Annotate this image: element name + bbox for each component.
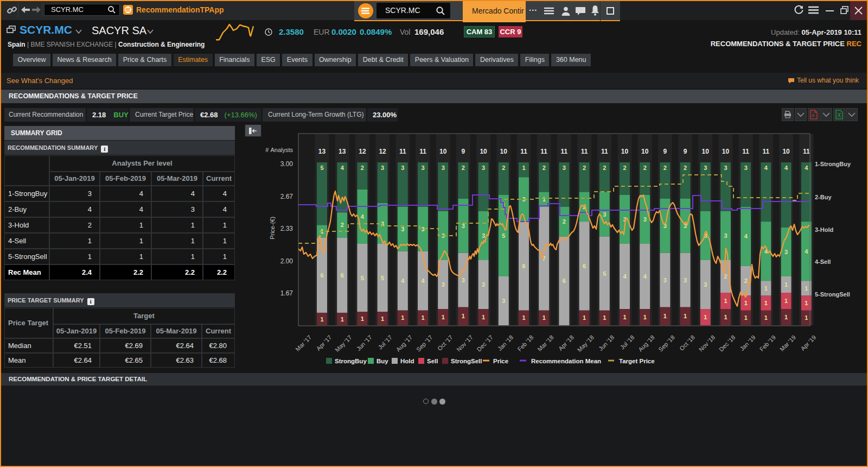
svg-text:10: 10 (641, 148, 649, 155)
svg-text:3: 3 (502, 298, 505, 304)
svg-text:Buy: Buy (376, 358, 388, 364)
svg-text:5: 5 (502, 232, 505, 239)
svg-text:3: 3 (381, 165, 384, 171)
svg-text:11: 11 (520, 148, 527, 155)
svg-text:Dec '18: Dec '18 (718, 334, 737, 353)
svg-text:2: 2 (603, 165, 606, 171)
svg-text:Price-(€): Price-(€) (269, 217, 276, 239)
svg-text:Price: Price (493, 358, 508, 364)
svg-text:A: A (812, 113, 814, 117)
svg-text:1.67: 1.67 (280, 289, 293, 297)
svg-text:3: 3 (684, 277, 687, 283)
svg-text:2: 2 (542, 165, 546, 171)
svg-text:4: 4 (361, 213, 365, 220)
svg-text:9: 9 (663, 148, 667, 155)
svg-text:1: 1 (421, 314, 424, 321)
svg-text:2: 2 (583, 165, 586, 171)
svg-text:6: 6 (320, 272, 323, 279)
svg-text:4: 4 (341, 165, 344, 171)
svg-text:2: 2 (341, 222, 344, 228)
svg-text:1: 1 (663, 313, 667, 319)
svg-text:1: 1 (704, 314, 707, 320)
svg-text:Jun '18: Jun '18 (597, 334, 615, 352)
svg-text:Jul '17: Jul '17 (376, 334, 393, 351)
svg-text:Nov '17: Nov '17 (455, 334, 474, 353)
svg-text:3: 3 (663, 277, 667, 283)
svg-text:11: 11 (581, 148, 588, 155)
svg-text:1: 1 (744, 300, 748, 306)
svg-text:3: 3 (401, 226, 404, 232)
svg-text:3: 3 (482, 232, 485, 239)
svg-text:4: 4 (744, 233, 748, 239)
svg-text:Oct '18: Oct '18 (678, 334, 696, 352)
svg-text:11: 11 (561, 148, 568, 155)
svg-text:Jun '17: Jun '17 (355, 334, 373, 352)
svg-text:1: 1 (341, 316, 344, 323)
svg-text:3: 3 (442, 165, 445, 171)
svg-text:Jan '18: Jan '18 (496, 334, 514, 352)
svg-text:May '17: May '17 (334, 334, 353, 353)
svg-text:3: 3 (603, 211, 606, 218)
svg-text:Feb '19: Feb '19 (758, 334, 777, 352)
svg-text:1: 1 (784, 298, 788, 304)
svg-text:1: 1 (724, 298, 727, 304)
svg-text:1: 1 (442, 314, 445, 320)
svg-text:Dec '17: Dec '17 (475, 334, 494, 353)
svg-text:1: 1 (805, 285, 808, 292)
svg-text:10: 10 (439, 148, 447, 155)
svg-text:1: 1 (462, 313, 465, 319)
svg-text:3: 3 (643, 216, 647, 223)
svg-text:3: 3 (401, 165, 404, 171)
svg-text:Sep '18: Sep '18 (657, 334, 676, 353)
svg-text:4: 4 (805, 165, 808, 171)
svg-text:1: 1 (744, 314, 748, 321)
svg-text:2.00: 2.00 (280, 257, 293, 265)
svg-text:11: 11 (419, 148, 426, 155)
svg-text:2: 2 (361, 165, 364, 171)
svg-text:2: 2 (623, 165, 626, 171)
svg-text:3: 3 (442, 281, 445, 288)
svg-text:11: 11 (399, 148, 406, 155)
svg-text:2: 2 (563, 218, 566, 225)
svg-text:3-Hold: 3-Hold (815, 226, 833, 233)
svg-text:3: 3 (462, 277, 465, 283)
svg-text:10: 10 (702, 148, 710, 155)
svg-text:4-Sell: 4-Sell (815, 258, 831, 265)
svg-text:3: 3 (563, 165, 566, 171)
svg-text:Mar '19: Mar '19 (778, 334, 797, 352)
svg-text:1: 1 (805, 300, 808, 306)
svg-text:3: 3 (421, 165, 424, 171)
svg-text:1: 1 (764, 314, 768, 321)
svg-text:9: 9 (462, 148, 465, 155)
svg-text:Oct '17: Oct '17 (436, 334, 454, 352)
svg-text:Mar '18: Mar '18 (537, 334, 555, 352)
svg-text:1: 1 (623, 314, 626, 320)
svg-text:1: 1 (784, 281, 788, 288)
svg-text:2.67: 2.67 (280, 193, 293, 200)
svg-text:10: 10 (782, 148, 790, 155)
svg-text:2: 2 (684, 165, 687, 171)
svg-text:X: X (838, 112, 841, 118)
svg-text:Aug '17: Aug '17 (395, 334, 414, 353)
svg-text:Aug '18: Aug '18 (637, 334, 656, 353)
svg-text:13: 13 (339, 148, 346, 155)
svg-text:1: 1 (542, 314, 546, 321)
svg-text:12: 12 (359, 148, 366, 155)
svg-text:5-StrongSell: 5-StrongSell (815, 291, 850, 298)
svg-text:May '18: May '18 (576, 334, 595, 353)
svg-text:1: 1 (724, 314, 727, 320)
svg-text:3: 3 (744, 165, 748, 171)
svg-text:3: 3 (724, 232, 727, 239)
svg-text:10: 10 (722, 148, 730, 155)
svg-text:Apr '17: Apr '17 (315, 334, 333, 352)
svg-text:12: 12 (379, 148, 386, 155)
svg-text:5: 5 (381, 275, 384, 281)
svg-text:Sell: Sell (427, 358, 438, 364)
svg-text:# Analysts: # Analysts (265, 147, 293, 153)
svg-text:11: 11 (601, 148, 608, 155)
svg-text:2-Buy: 2-Buy (815, 194, 832, 200)
svg-text:6: 6 (522, 263, 525, 269)
svg-text:Jan '19: Jan '19 (738, 334, 756, 352)
svg-text:StrongBuy: StrongBuy (335, 358, 367, 364)
svg-text:6: 6 (341, 272, 344, 279)
